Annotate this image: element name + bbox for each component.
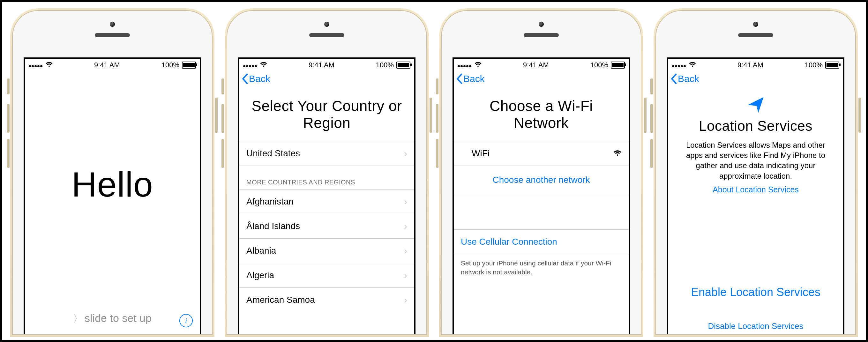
volume-down-button <box>436 139 438 168</box>
device-lineup: 9:41 AM 100% Hello 〉slide to set up i <box>0 0 868 342</box>
power-button <box>215 98 218 133</box>
chevron-right-icon: › <box>404 245 407 256</box>
location-arrow-icon <box>745 94 766 116</box>
battery-percent: 100% <box>161 61 179 69</box>
back-label: Back <box>678 73 699 84</box>
country-row[interactable]: Albania › <box>239 239 414 263</box>
use-cellular-label: Use Cellular Connection <box>461 237 557 247</box>
wifi-network-row[interactable]: WiFi <box>454 141 629 165</box>
front-camera <box>539 22 544 27</box>
status-time: 9:41 AM <box>94 61 120 69</box>
wifi-network-name: WiFi <box>472 148 490 159</box>
power-button <box>644 98 647 133</box>
battery-percent: 100% <box>590 61 608 69</box>
volume-down-button <box>7 139 9 168</box>
battery-icon <box>611 62 625 69</box>
front-camera <box>110 22 115 27</box>
back-label: Back <box>463 73 485 84</box>
info-button[interactable]: i <box>179 314 193 327</box>
volume-up-button <box>436 104 438 133</box>
nav-bar: Back <box>454 71 629 94</box>
chevron-right-icon: › <box>404 270 407 281</box>
back-button[interactable]: Back <box>670 73 699 84</box>
iphone-frame-country: 9:41 AM 100% Back Select Your Country or… <box>225 8 429 337</box>
status-time: 9:41 AM <box>738 61 763 69</box>
cell-signal-icon <box>243 61 257 69</box>
battery-percent: 100% <box>376 61 394 69</box>
wifi-icon <box>474 61 482 69</box>
enable-location-button[interactable]: Enable Location Services <box>668 285 843 299</box>
earpiece-speaker <box>524 33 559 37</box>
choose-another-label: Choose another network <box>492 175 590 185</box>
status-time: 9:41 AM <box>309 61 335 69</box>
use-cellular-button[interactable]: Use Cellular Connection <box>454 230 629 254</box>
battery-icon <box>825 62 839 69</box>
back-button[interactable]: Back <box>456 73 485 84</box>
cell-signal-icon <box>29 61 43 69</box>
screen-wifi: 9:41 AM 100% Back Choose a Wi-Fi Network <box>453 57 630 334</box>
country-label: Afghanistan <box>246 196 293 207</box>
disable-location-button[interactable]: Disable Location Services <box>668 321 843 331</box>
cell-signal-icon <box>458 61 472 69</box>
battery-icon <box>396 62 410 69</box>
mute-switch <box>436 79 438 94</box>
location-description: Location Services allows Maps and other … <box>668 140 843 185</box>
slide-to-setup[interactable]: 〉slide to set up <box>25 312 200 325</box>
country-row[interactable]: Afghanistan › <box>239 189 414 214</box>
volume-up-button <box>650 104 653 133</box>
chevron-right-icon: 〉 <box>73 312 83 325</box>
wifi-icon <box>45 61 53 69</box>
country-label: United States <box>246 148 300 159</box>
slide-label: slide to set up <box>85 312 152 324</box>
volume-up-button <box>221 104 224 133</box>
screen-hello: 9:41 AM 100% Hello 〉slide to set up i <box>24 57 201 334</box>
battery-percent: 100% <box>805 61 823 69</box>
chevron-left-icon <box>670 73 677 84</box>
earpiece-speaker <box>309 33 344 37</box>
status-bar: 9:41 AM 100% <box>239 59 414 71</box>
chevron-right-icon: › <box>404 196 407 207</box>
chevron-right-icon: › <box>404 221 407 231</box>
back-label: Back <box>249 73 270 84</box>
volume-down-button <box>221 139 224 168</box>
power-button <box>859 98 861 133</box>
battery-icon <box>182 62 196 69</box>
status-bar: 9:41 AM 100% <box>25 59 200 71</box>
country-label: Algeria <box>246 270 274 280</box>
iphone-frame-hello: 9:41 AM 100% Hello 〉slide to set up i <box>10 8 214 337</box>
back-button[interactable]: Back <box>241 73 270 84</box>
country-label: Albania <box>246 246 276 256</box>
country-row[interactable]: Algeria › <box>239 263 414 287</box>
mute-switch <box>221 79 224 94</box>
front-camera <box>324 22 329 27</box>
status-bar: 9:41 AM 100% <box>668 59 843 71</box>
chevron-left-icon <box>241 73 248 84</box>
status-bar: 9:41 AM 100% <box>454 59 629 71</box>
earpiece-speaker <box>95 33 130 37</box>
chevron-left-icon <box>456 73 463 84</box>
volume-down-button <box>650 139 653 168</box>
section-header-more: MORE COUNTRIES AND REGIONS <box>239 166 414 189</box>
cell-signal-icon <box>672 61 686 69</box>
choose-another-network-button[interactable]: Choose another network <box>454 166 629 194</box>
wifi-icon <box>260 61 267 69</box>
power-button <box>430 98 432 133</box>
country-row-primary[interactable]: United States › <box>239 141 414 165</box>
page-title: Choose a Wi-Fi Network <box>454 94 629 141</box>
screen-country: 9:41 AM 100% Back Select Your Country or… <box>238 57 415 334</box>
wifi-icon <box>689 61 696 69</box>
country-row[interactable]: Åland Islands › <box>239 214 414 238</box>
about-location-link[interactable]: About Location Services <box>668 184 843 194</box>
mute-switch <box>650 79 653 94</box>
earpiece-speaker <box>738 33 773 37</box>
page-title: Select Your Country or Region <box>239 94 414 141</box>
iphone-frame-location: 9:41 AM 100% Back Location Services <box>654 8 858 337</box>
volume-up-button <box>7 104 9 133</box>
country-row[interactable]: American Samoa › <box>239 288 414 312</box>
iphone-frame-wifi: 9:41 AM 100% Back Choose a Wi-Fi Network <box>439 8 643 337</box>
country-label: American Samoa <box>246 295 315 305</box>
wifi-signal-icon <box>613 148 622 159</box>
nav-bar: Back <box>668 71 843 94</box>
status-time: 9:41 AM <box>523 61 549 69</box>
mute-switch <box>7 79 9 94</box>
